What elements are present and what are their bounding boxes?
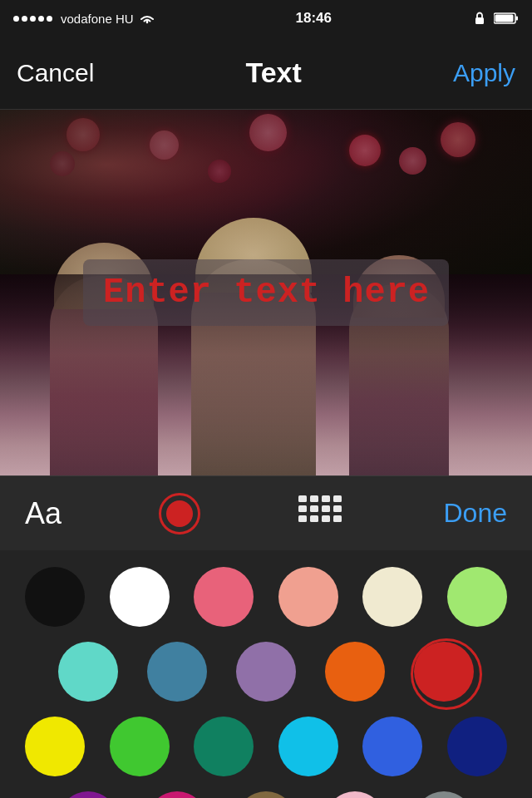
signal-dots	[13, 16, 52, 22]
svg-rect-7	[333, 495, 342, 502]
color-palette	[0, 550, 532, 798]
svg-rect-5	[310, 495, 318, 502]
lock-icon	[472, 11, 487, 26]
nav-title: Text	[245, 57, 301, 89]
color-teal[interactable]	[58, 642, 118, 702]
color-row-3	[25, 717, 507, 776]
svg-rect-4	[298, 495, 307, 502]
color-light-green[interactable]	[447, 567, 507, 627]
color-salmon-red[interactable]	[194, 567, 254, 627]
color-brown[interactable]	[236, 791, 296, 798]
color-red[interactable]	[414, 642, 474, 702]
svg-rect-11	[333, 505, 342, 512]
svg-rect-0	[475, 17, 484, 24]
color-dark-blue[interactable]	[447, 717, 507, 776]
time-label: 18:46	[296, 10, 332, 27]
svg-rect-2	[515, 17, 518, 21]
nav-bar: Cancel Text Apply	[0, 37, 532, 110]
color-orange[interactable]	[325, 642, 385, 702]
svg-rect-14	[322, 515, 330, 522]
color-yellow[interactable]	[25, 717, 85, 776]
svg-rect-12	[298, 515, 307, 522]
color-row-2	[25, 642, 507, 702]
color-blue[interactable]	[362, 717, 422, 776]
color-mode-button[interactable]	[159, 493, 200, 534]
color-magenta[interactable]	[147, 791, 207, 798]
svg-rect-3	[495, 15, 513, 22]
color-white[interactable]	[110, 567, 170, 627]
color-peach[interactable]	[278, 567, 338, 627]
font-button[interactable]: Aa	[25, 496, 62, 531]
color-sky-blue[interactable]	[278, 717, 338, 776]
color-gray[interactable]	[414, 791, 474, 798]
svg-rect-13	[310, 515, 318, 522]
color-pink[interactable]	[325, 791, 385, 798]
status-left: vodafone HU	[13, 12, 155, 26]
color-dark-green[interactable]	[194, 717, 254, 776]
text-overlay-input[interactable]	[103, 273, 429, 313]
svg-rect-10	[322, 505, 330, 512]
image-canvas	[0, 110, 532, 475]
svg-rect-15	[333, 515, 342, 522]
battery-icon	[494, 12, 519, 25]
svg-rect-6	[322, 495, 330, 502]
color-black[interactable]	[25, 567, 85, 627]
status-bar: vodafone HU 18:46	[0, 0, 532, 37]
color-row-1	[25, 567, 507, 627]
status-right	[472, 11, 519, 26]
keyboard-toggle-button[interactable]	[297, 494, 347, 534]
color-mode-ring	[159, 493, 200, 534]
text-overlay-container	[83, 259, 449, 326]
color-cream[interactable]	[362, 567, 422, 627]
color-purple[interactable]	[236, 642, 296, 702]
color-dark-purple[interactable]	[58, 791, 118, 798]
carrier-label: vodafone HU	[61, 12, 134, 26]
cancel-button[interactable]: Cancel	[17, 59, 94, 87]
color-steel-blue[interactable]	[147, 642, 207, 702]
apply-button[interactable]: Apply	[453, 59, 515, 87]
keyboard-icon	[297, 494, 347, 530]
svg-rect-9	[310, 505, 318, 512]
wifi-icon	[139, 12, 155, 25]
text-toolbar: Aa Done	[0, 475, 532, 550]
done-button[interactable]: Done	[444, 498, 508, 529]
color-row-4	[25, 791, 507, 798]
svg-rect-8	[298, 505, 307, 512]
color-green[interactable]	[110, 717, 170, 776]
